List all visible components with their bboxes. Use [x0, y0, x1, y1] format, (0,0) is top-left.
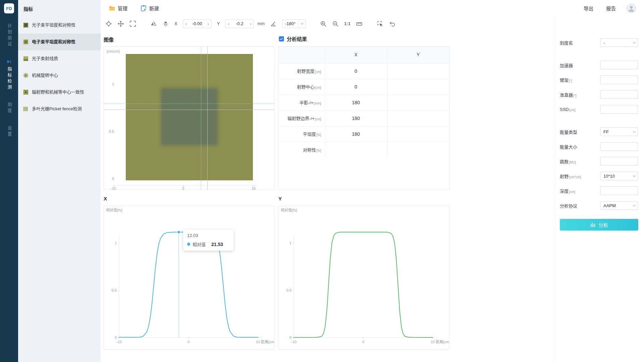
capture-region-icon[interactable]	[377, 20, 383, 27]
metric-y-value	[387, 79, 449, 95]
y-profile-chart[interactable]: 00.51-10010距离[cm]相对值[%]	[278, 206, 449, 350]
rail-item-settings[interactable]: 设置	[6, 126, 12, 138]
beam-image-panel[interactable]: [cm/cm] 1 0.5 0 -10 0 10	[104, 46, 274, 190]
export-button[interactable]: 导出	[582, 4, 595, 12]
metric-y-value	[387, 142, 449, 158]
new-button[interactable]: 新建	[138, 4, 161, 12]
chevron-down-icon	[633, 203, 636, 206]
svg-text:-10: -10	[291, 340, 297, 344]
rotation-angle-icon	[270, 20, 277, 27]
metric-x-value: 180	[325, 95, 387, 110]
y-increment-button[interactable]: ›	[248, 20, 254, 28]
accelerator-label: 加速器	[560, 62, 573, 68]
topbar-right: 导出 报告	[582, 4, 644, 13]
x-offset-stepper[interactable]: ‹ -0.00 ›	[183, 19, 212, 28]
svg-text:1: 1	[289, 241, 291, 245]
field-size-select[interactable]: 10*10	[600, 172, 638, 180]
y-offset-stepper[interactable]: ‹ -0.2 ›	[225, 19, 254, 28]
center-target-icon[interactable]	[105, 20, 112, 27]
gantry-input[interactable]	[600, 75, 638, 84]
photon-quality-icon	[23, 56, 29, 62]
field-energy-size: 能量大小	[560, 142, 638, 151]
chevron-down-icon[interactable]	[298, 20, 306, 28]
ssd-input[interactable]	[600, 105, 638, 114]
y-decrement-button[interactable]: ‹	[225, 20, 231, 28]
pan-move-icon[interactable]	[117, 20, 124, 27]
primary-nav-rail: FD 计划验证 指标检测 刻度 设置	[0, 0, 18, 362]
measure-ruler-icon[interactable]	[356, 20, 363, 27]
analysis-row: 平坦度[%]180	[279, 126, 449, 142]
sidebar-item-field-isocenter[interactable]: 辐射野和机械等中心一致性	[18, 84, 101, 101]
sidebar-item-photon-quality[interactable]: 光子束射线质	[18, 50, 101, 67]
rotation-angle-select[interactable]: -180°	[282, 19, 306, 28]
chevron-down-icon	[633, 130, 636, 132]
svg-text:0: 0	[115, 336, 117, 340]
flip-vertical-icon[interactable]	[162, 20, 169, 27]
rail-item-indicator-detection[interactable]: 指标检测	[6, 59, 12, 91]
fit-screen-icon[interactable]	[129, 20, 136, 27]
sidebar-item-photon-flatness[interactable]: 光子束平坦度和对称性	[18, 17, 101, 34]
analyze-label: 分析	[598, 221, 608, 228]
metric-label: 对称性[%]	[279, 142, 325, 158]
crosshair-horizontal-line	[104, 104, 274, 104]
rail-item-plan-verification[interactable]: 计划验证	[6, 23, 12, 48]
image-toolbar: X ‹ -0.00 › Y ‹ -0.2 › mm -180	[101, 16, 555, 31]
undo-icon[interactable]	[389, 20, 395, 27]
accelerator-input[interactable]	[600, 61, 638, 69]
field-isocenter-icon	[23, 89, 29, 95]
svg-text:0: 0	[289, 336, 291, 340]
field-gantry: 臂架[°]	[560, 75, 638, 84]
svg-text:距离[cm]: 距离[cm]	[436, 340, 449, 344]
manage-button[interactable]: 管理	[107, 4, 129, 12]
zoom-in-icon[interactable]	[320, 20, 327, 27]
chevron-down-icon	[633, 174, 636, 177]
app-logo[interactable]: FD	[4, 3, 14, 13]
metric-label: 射野宽度[cm]	[279, 63, 325, 79]
analysis-table: X Y 射野宽度[cm]0射野中心[cm]0半影-/+[mm]180辐射野边界-…	[279, 47, 449, 158]
indicator-sidebar: 指标 光子束平坦度和对称性 电子束平坦度和对称性 光子束射线质 机械旋转中心 辐…	[18, 0, 101, 362]
analyze-button[interactable]: 分析	[560, 219, 638, 231]
analysis-row: 半影-/+[mm]180	[279, 95, 449, 110]
svg-text:10: 10	[256, 340, 260, 344]
sidebar-item-electron-flatness[interactable]: 电子束平坦度和对称性	[18, 34, 101, 50]
x-increment-button[interactable]: ›	[205, 20, 211, 28]
mu-input[interactable]	[600, 157, 638, 166]
crosshair-vertical-line	[201, 47, 201, 190]
new-label: 新建	[149, 5, 159, 12]
energy-size-input[interactable]	[600, 142, 638, 151]
field-accelerator: 加速器	[560, 60, 638, 70]
sidebar-item-picket-fence[interactable]: 多叶光栅Picket fence检测	[18, 101, 101, 117]
svg-text:10: 10	[431, 340, 435, 344]
x-offset-label: X	[174, 21, 177, 26]
collimator-input[interactable]	[600, 90, 638, 99]
metric-label: 半影-/+[mm]	[279, 95, 325, 110]
rail-nav: 计划验证 指标检测 刻度 设置	[6, 23, 12, 149]
x-decrement-button[interactable]: ‹	[183, 20, 189, 28]
sidebar-item-rotation-center[interactable]: 机械旋转中心	[18, 67, 101, 84]
flip-horizontal-icon[interactable]	[150, 20, 157, 27]
electron-flatness-icon	[23, 39, 29, 45]
analysis-chart-icon	[278, 36, 284, 42]
tooltip-series-value: 21.53	[211, 242, 223, 247]
energy-type-select[interactable]: FF	[600, 127, 638, 136]
zoom-out-icon[interactable]	[332, 20, 339, 27]
metric-y-value	[387, 63, 449, 79]
active-section-icon	[6, 59, 12, 64]
scale-name-select[interactable]: -	[600, 38, 638, 47]
folder-icon	[109, 5, 115, 12]
depth-input[interactable]	[600, 186, 638, 195]
rail-item-scale[interactable]: 刻度	[6, 102, 12, 114]
tooltip-series-label: 相对值	[193, 241, 206, 247]
x-profile-chart[interactable]: 00.51-10010距离[cm]相对值[%] 12.03 相对值 21.53	[104, 206, 274, 350]
manage-label: 管理	[118, 5, 127, 12]
y-offset-label: Y	[217, 21, 220, 26]
metric-x-value	[325, 142, 387, 158]
protocol-select[interactable]: AAPM	[600, 201, 638, 210]
user-avatar[interactable]	[627, 4, 636, 13]
ssd-label: SSD[cm]	[560, 107, 576, 112]
actual-size-icon[interactable]: 1:1	[344, 21, 351, 26]
image-y-tick: 0.5	[105, 129, 114, 133]
svg-text:0.5: 0.5	[286, 288, 291, 292]
analysis-section-title: 分析结果	[278, 35, 307, 42]
report-button[interactable]: 报告	[604, 4, 618, 12]
